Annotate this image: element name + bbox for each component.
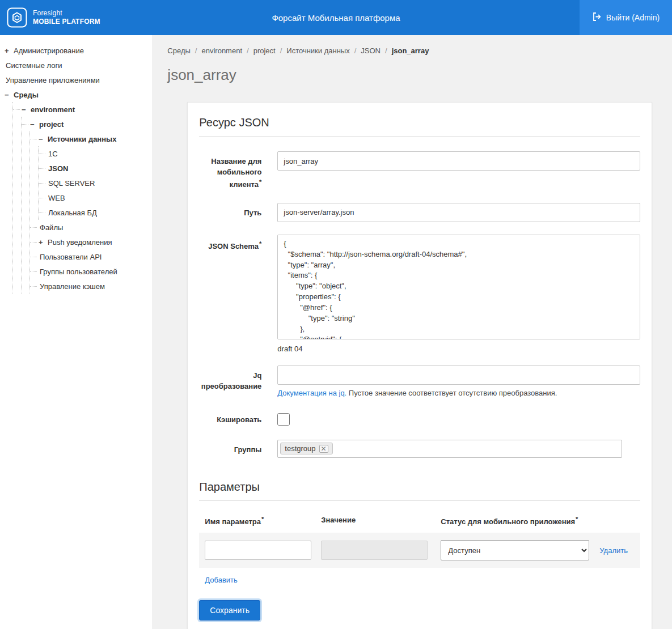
param-name-input[interactable] — [205, 541, 311, 560]
breadcrumb: Среды / environment / project / Источник… — [167, 46, 672, 55]
brand-subtitle: MOBILE PLATFORM — [33, 18, 100, 26]
tree-children-environments: − environment − project − Источники данн… — [12, 102, 149, 294]
tree-children-project: − Источники данных 1C JSON SQL SERVER — [29, 131, 149, 294]
jq-hint-text: Пустое значение соответствует отсутствию… — [346, 389, 557, 397]
brand-name: Foresight — [33, 9, 100, 18]
expand-icon[interactable]: + — [5, 46, 12, 55]
breadcrumb-separator: / — [247, 46, 249, 55]
logout-icon — [592, 12, 602, 23]
collapse-icon[interactable]: − — [30, 120, 38, 129]
cache-checkbox[interactable] — [277, 413, 290, 426]
breadcrumb-separator: / — [385, 46, 387, 55]
sidebar-item-environments[interactable]: − Среды — [5, 87, 149, 102]
group-tag: testgroup ✕ — [280, 443, 332, 454]
sidebar-item-cache-management[interactable]: Управление кэшем — [30, 279, 149, 294]
param-name-header: Имя параметра — [205, 516, 321, 526]
jq-hint: Документация на jq. Пустое значение соот… — [277, 389, 640, 397]
sidebar-item-push-notifications[interactable]: + Push уведомления — [30, 235, 149, 249]
breadcrumb-project[interactable]: project — [253, 46, 276, 55]
section-title-params: Параметры — [199, 481, 640, 501]
breadcrumb-json[interactable]: JSON — [361, 46, 381, 55]
page-title: json_array — [167, 66, 672, 84]
sidebar-item-local-db[interactable]: Локальная БД — [39, 205, 149, 220]
resource-card: Ресурс JSON Название для мобильного клие… — [187, 102, 652, 629]
param-row: Доступен Удалить — [199, 533, 640, 568]
tree-children-data-sources: 1C JSON SQL SERVER WEB Локальная БД — [38, 146, 149, 220]
param-status-select[interactable]: Доступен — [441, 540, 589, 560]
breadcrumb-separator: / — [354, 46, 357, 55]
breadcrumb-data-sources[interactable]: Источники данных — [286, 46, 349, 55]
param-value-header: Значение — [321, 516, 441, 526]
sidebar-item-system-logs[interactable]: Системные логи — [5, 58, 149, 73]
field-row-schema: JSON Schema { "$schema": "http://json-sc… — [199, 235, 640, 353]
logout-label: Выйти (Admin) — [606, 13, 660, 22]
sidebar-item-web[interactable]: WEB — [39, 190, 149, 205]
app-title: Форсайт Мобильная платформа — [0, 13, 672, 23]
breadcrumb-environment[interactable]: environment — [201, 46, 242, 55]
top-bar: Foresight MOBILE PLATFORM Форсайт Мобиль… — [0, 0, 672, 35]
brand-logo-icon — [7, 7, 27, 28]
collapse-icon[interactable]: − — [22, 105, 29, 114]
breadcrumb-current: json_array — [392, 46, 429, 55]
breadcrumb-separator: / — [195, 46, 197, 55]
param-status-header: Статус для мобильного приложения — [441, 516, 599, 526]
jq-docs-link[interactable]: Документация на jq. — [277, 389, 346, 397]
sidebar-item-1c[interactable]: 1C — [39, 146, 149, 161]
add-param-link[interactable]: Добавить — [205, 576, 237, 584]
sidebar-item-user-groups[interactable]: Группы пользователей — [30, 264, 149, 279]
sidebar-item-data-sources[interactable]: − Источники данных — [30, 131, 149, 146]
sidebar-item-administration[interactable]: + Администрирование — [5, 43, 149, 58]
schema-label: JSON Schema — [199, 235, 261, 252]
brand-text: Foresight MOBILE PLATFORM — [33, 9, 100, 26]
tree-children-environment: − project − Источники данных 1C JSON — [21, 117, 149, 294]
jq-input[interactable] — [277, 366, 640, 385]
section-title-resource: Ресурс JSON — [199, 116, 640, 137]
sidebar-item-api-users[interactable]: Пользователи API — [30, 249, 149, 264]
collapse-icon[interactable]: − — [5, 91, 12, 99]
logout-button[interactable]: Выйти (Admin) — [580, 0, 672, 35]
schema-hint: draft 04 — [277, 345, 640, 353]
sidebar-item-sql-server[interactable]: SQL SERVER — [39, 176, 149, 190]
breadcrumb-environments[interactable]: Среды — [167, 46, 191, 55]
brand: Foresight MOBILE PLATFORM — [0, 7, 100, 28]
jq-label: Jq преобразование — [199, 366, 261, 392]
field-row-name: Название для мобильного клиента — [199, 151, 640, 190]
delete-param-link[interactable]: Удалить — [599, 546, 628, 555]
name-input[interactable] — [277, 151, 640, 171]
param-value-input — [321, 541, 428, 560]
groups-label: Группы — [199, 440, 261, 456]
params-header-row: Имя параметра Значение Статус для мобиль… — [199, 516, 640, 526]
cache-label: Кэшировать — [199, 410, 261, 426]
schema-textarea[interactable]: { "$schema": "http://json-schema.org/dra… — [277, 235, 640, 339]
main-content: Среды / environment / project / Источник… — [153, 35, 672, 629]
path-label: Путь — [199, 203, 261, 219]
breadcrumb-separator: / — [280, 46, 282, 55]
sidebar-item-project[interactable]: − project — [22, 117, 149, 131]
sidebar-item-json[interactable]: JSON — [39, 161, 149, 176]
collapse-icon[interactable]: − — [39, 135, 47, 143]
field-row-jq: Jq преобразование Документация на jq. Пу… — [199, 366, 640, 397]
field-row-cache: Кэшировать — [199, 410, 640, 427]
sidebar: + Администрирование Системные логи Управ… — [0, 35, 153, 629]
save-button[interactable]: Сохранить — [199, 600, 260, 620]
remove-tag-icon[interactable]: ✕ — [319, 445, 328, 453]
sidebar-item-environment[interactable]: − environment — [13, 102, 149, 117]
field-row-groups: Группы testgroup ✕ — [199, 440, 640, 458]
name-label: Название для мобильного клиента — [199, 151, 261, 190]
path-input[interactable] — [277, 203, 640, 222]
expand-icon[interactable]: + — [39, 238, 47, 246]
sidebar-item-app-management[interactable]: Управление приложениями — [5, 73, 149, 87]
group-tag-label: testgroup — [285, 444, 315, 453]
sidebar-item-files[interactable]: Файлы — [30, 220, 149, 235]
groups-tag-input[interactable]: testgroup ✕ — [277, 440, 622, 458]
field-row-path: Путь — [199, 203, 640, 222]
